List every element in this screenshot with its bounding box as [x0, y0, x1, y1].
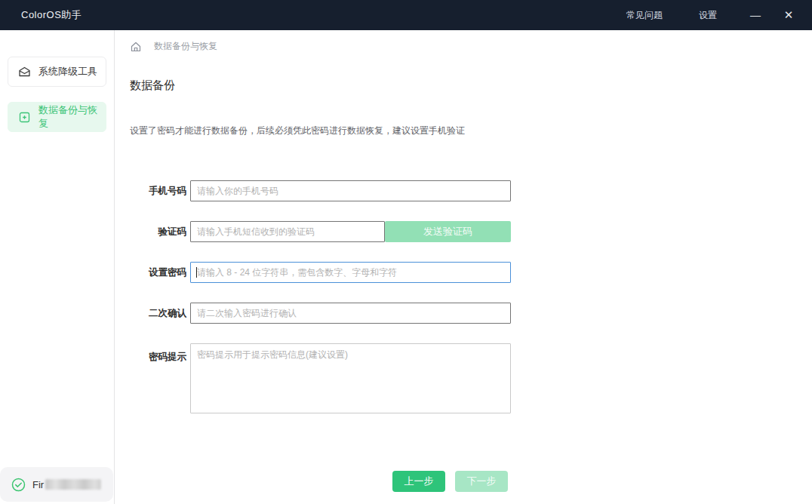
- text-cursor: [196, 267, 197, 278]
- field-row-confirm-password: 二次确认: [115, 303, 812, 324]
- settings-link[interactable]: 设置: [699, 9, 717, 22]
- sidebar-item-system-downgrade[interactable]: 系统降级工具: [8, 57, 106, 87]
- backup-form: 手机号码 验证码 发送验证码 设置密码 二次确认: [115, 180, 812, 492]
- password-label: 设置密码: [115, 266, 186, 279]
- user-status-card[interactable]: Fir: [0, 467, 113, 502]
- backup-plus-icon: [18, 111, 31, 124]
- field-row-phone: 手机号码: [115, 180, 812, 201]
- set-password-input[interactable]: [190, 262, 511, 283]
- phone-input[interactable]: [190, 180, 511, 201]
- send-code-button[interactable]: 发送验证码: [385, 221, 511, 242]
- minimize-icon[interactable]: —: [749, 8, 762, 22]
- field-row-password-hint: 密码提示: [115, 343, 812, 413]
- password-hint-textarea[interactable]: [190, 343, 511, 413]
- page-description: 设置了密码才能进行数据备份，后续必须凭此密码进行数据恢复，建议设置手机验证: [130, 124, 812, 137]
- titlebar-actions: 常见问题 设置 — ✕: [626, 8, 795, 22]
- app-title: ColorOS助手: [21, 8, 82, 22]
- phone-label: 手机号码: [115, 185, 186, 198]
- inbox-icon: [18, 66, 31, 78]
- redacted-text-blur: [45, 479, 101, 490]
- form-footer: 上一步 下一步: [392, 471, 812, 492]
- breadcrumb-current: 数据备份与恢复: [154, 40, 217, 53]
- main-body: 系统降级工具 数据备份与恢复: [0, 30, 812, 504]
- sidebar: 系统降级工具 数据备份与恢复: [0, 30, 115, 504]
- field-row-set-password: 设置密码: [115, 262, 812, 283]
- field-row-verification-code: 验证码 发送验证码: [115, 221, 812, 242]
- content-area: 数据备份与恢复 数据备份 设置了密码才能进行数据备份，后续必须凭此密码进行数据恢…: [115, 30, 812, 504]
- titlebar: ColorOS助手 常见问题 设置 — ✕: [0, 0, 812, 30]
- close-icon[interactable]: ✕: [782, 8, 795, 22]
- app-window: ColorOS助手 常见问题 设置 — ✕ 系统降级工具: [0, 0, 812, 504]
- code-label: 验证码: [115, 226, 186, 238]
- device-name: Fir: [32, 479, 101, 490]
- page-title: 数据备份: [130, 78, 812, 93]
- next-step-button[interactable]: 下一步: [455, 471, 508, 492]
- sidebar-item-label: 系统降级工具: [38, 65, 97, 78]
- confirm-password-input[interactable]: [190, 303, 511, 324]
- sidebar-item-label: 数据备份与恢复: [38, 103, 106, 131]
- hint-label: 密码提示: [115, 343, 186, 364]
- verification-code-input[interactable]: [190, 221, 385, 242]
- faq-link[interactable]: 常见问题: [626, 9, 663, 22]
- breadcrumb: 数据备份与恢复: [115, 30, 812, 53]
- previous-step-button[interactable]: 上一步: [392, 471, 445, 492]
- home-icon[interactable]: [130, 41, 142, 53]
- confirm-label: 二次确认: [115, 307, 186, 320]
- sidebar-item-data-backup[interactable]: 数据备份与恢复: [8, 102, 106, 132]
- check-circle-icon: [11, 478, 26, 492]
